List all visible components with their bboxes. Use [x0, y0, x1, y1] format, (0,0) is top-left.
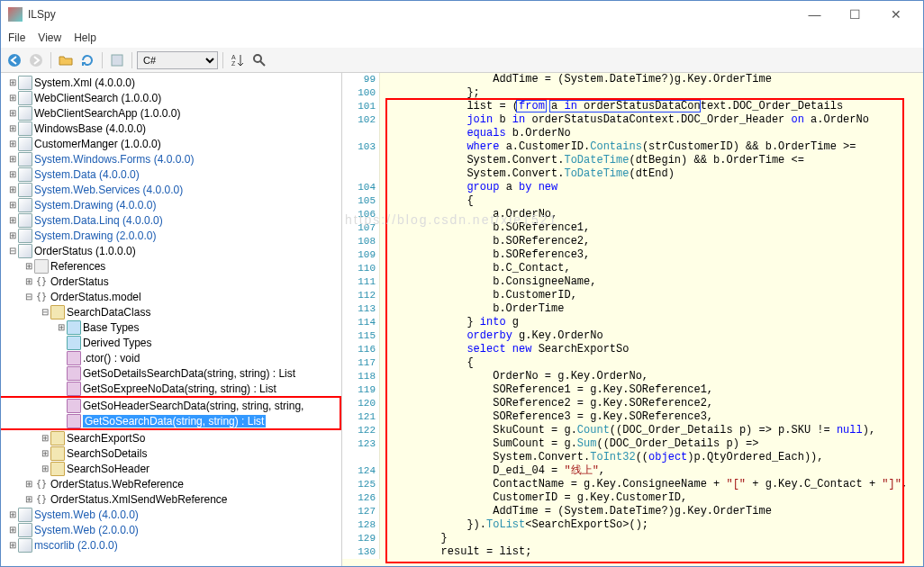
expand-toggle[interactable]: ⊟: [6, 246, 18, 256]
language-select[interactable]: C#: [137, 51, 218, 69]
assembly-icon: [18, 91, 32, 105]
tree-item-label: SearchExportSo: [67, 432, 145, 445]
expand-toggle[interactable]: ⊞: [6, 525, 18, 535]
close-button[interactable]: ✕: [875, 2, 916, 28]
toolbar-separator: [50, 52, 51, 68]
expand-toggle[interactable]: ⊞: [6, 139, 18, 148]
tree-item[interactable]: ⊞References: [1, 258, 341, 274]
tree-item[interactable]: GetSoExpreeNoData(string, string) : List: [1, 381, 341, 396]
code-scroll[interactable]: 9910010110210310410510610710810911011111…: [342, 73, 923, 567]
tree-item[interactable]: ⊞WebClientSearchApp (1.0.0.0): [1, 105, 341, 121]
tree-item[interactable]: ⊞OrderStatus: [1, 274, 341, 289]
line-number: 121: [358, 410, 376, 424]
tree-item[interactable]: ⊞System.Drawing (4.0.0.0): [1, 197, 341, 212]
expand-toggle[interactable]: ⊞: [23, 494, 34, 504]
assembly-tree-pane: ⊞System.Xml (4.0.0.0)⊞WebClientSearch (1…: [1, 73, 342, 567]
line-number: 106: [358, 208, 376, 221]
expand-toggle[interactable]: [55, 368, 67, 378]
tree-item[interactable]: GetSoSearchData(string, string) : List: [1, 413, 340, 428]
expand-toggle[interactable]: ⊞: [6, 200, 18, 210]
method-icon: [67, 366, 81, 381]
minimize-button[interactable]: —: [794, 2, 835, 28]
menu-file[interactable]: File: [8, 32, 25, 44]
expand-toggle[interactable]: ⊞: [23, 261, 34, 271]
refresh-button[interactable]: [77, 50, 97, 70]
tree-item[interactable]: ⊞OrderStatus.XmlSendWebReference: [1, 491, 341, 507]
expand-toggle[interactable]: ⊞: [39, 448, 50, 458]
sort-button[interactable]: AZ: [228, 50, 248, 70]
tree-item[interactable]: Derived Types: [1, 335, 341, 350]
forward-button[interactable]: [26, 50, 46, 70]
tree-item[interactable]: .ctor() : void: [1, 350, 341, 365]
back-button[interactable]: [5, 50, 24, 70]
expand-toggle[interactable]: ⊞: [6, 215, 18, 225]
expand-toggle[interactable]: ⊟: [23, 292, 34, 302]
expand-toggle[interactable]: ⊞: [23, 479, 34, 489]
expand-toggle[interactable]: ⊞: [23, 276, 34, 286]
expand-toggle[interactable]: ⊟: [39, 307, 50, 317]
svg-point-0: [8, 54, 21, 67]
code-line: AddTime = (System.DateTime?)g.Key.OrderT…: [389, 73, 923, 86]
tree-item[interactable]: ⊞WindowsBase (4.0.0.0): [1, 121, 341, 136]
tree-scroll[interactable]: ⊞System.Xml (4.0.0.0)⊞WebClientSearch (1…: [1, 73, 341, 567]
expand-toggle[interactable]: ⊞: [6, 108, 18, 118]
tree-item[interactable]: ⊞System.Web (2.0.0.0): [1, 522, 341, 537]
expand-toggle[interactable]: ⊞: [6, 540, 18, 550]
tree-item[interactable]: ⊟SearchDataClass: [1, 304, 341, 320]
expand-toggle[interactable]: ⊞: [6, 93, 18, 103]
tree-item[interactable]: ⊞SearchSoDetails: [1, 446, 341, 461]
expand-toggle[interactable]: ⊞: [6, 169, 18, 179]
tree-item[interactable]: ⊞SearchExportSo: [1, 430, 341, 446]
tree-item[interactable]: ⊟OrderStatus.model: [1, 289, 341, 304]
tree-item[interactable]: ⊞SearchSoHeader: [1, 461, 341, 476]
tree-item[interactable]: ⊞System.Data.Linq (4.0.0.0): [1, 212, 341, 228]
tree-item[interactable]: ⊟OrderStatus (1.0.0.0): [1, 243, 341, 258]
line-number: 107: [358, 221, 376, 235]
expand-toggle[interactable]: [55, 383, 67, 393]
tree-item[interactable]: GetSoHeaderSearchData(string, string, st…: [1, 398, 340, 413]
assemblies-button[interactable]: [107, 50, 127, 70]
tree-item[interactable]: ⊞mscorlib (2.0.0.0): [1, 537, 341, 553]
tree-item[interactable]: ⊞Base Types: [1, 320, 341, 335]
tree-item-label: GetSoHeaderSearchData(string, string, st…: [83, 400, 303, 412]
code-lines: AddTime = (System.DateTime?)g.Key.OrderT…: [389, 73, 923, 559]
tree-item[interactable]: ⊞System.Drawing (2.0.0.0): [1, 228, 341, 243]
tree-item-label: GetSoDetailsSearchData(string, string) :…: [83, 367, 295, 380]
tree-item[interactable]: ⊞System.Data (4.0.0.0): [1, 166, 341, 182]
expand-toggle[interactable]: ⊞: [6, 230, 18, 240]
expand-toggle[interactable]: ⊞: [6, 509, 18, 519]
line-number: 124: [358, 464, 376, 478]
expand-toggle[interactable]: ⊞: [6, 184, 18, 194]
folder-open-icon: [59, 53, 73, 68]
tree-item[interactable]: ⊞WebClientSearch (1.0.0.0): [1, 90, 341, 105]
expand-toggle[interactable]: ⊞: [6, 123, 18, 133]
tree-item[interactable]: ⊞System.Web.Services (4.0.0.0): [1, 182, 341, 197]
expand-toggle[interactable]: [55, 400, 67, 410]
expand-toggle[interactable]: [55, 416, 67, 426]
method-icon: [67, 414, 81, 428]
tree-item[interactable]: GetSoDetailsSearchData(string, string) :…: [1, 365, 341, 381]
line-number: 120: [358, 397, 376, 410]
expand-toggle[interactable]: [55, 338, 67, 347]
tree-item[interactable]: ⊞CustomerManger (1.0.0.0): [1, 136, 341, 151]
expand-toggle[interactable]: ⊞: [39, 464, 50, 473]
open-button[interactable]: [56, 50, 76, 70]
expand-toggle[interactable]: ⊞: [6, 154, 18, 164]
code-line: ContactName = g.Key.ConsigneeName + "[" …: [389, 478, 923, 491]
tree-item[interactable]: ⊞System.Windows.Forms (4.0.0.0): [1, 151, 341, 166]
maximize-button[interactable]: ☐: [835, 2, 875, 28]
title-bar: ILSpy — ☐ ✕: [1, 1, 923, 28]
tree-item[interactable]: ⊞OrderStatus.WebReference: [1, 476, 341, 491]
expand-toggle[interactable]: ⊞: [39, 433, 50, 443]
expand-toggle[interactable]: ⊞: [55, 322, 67, 332]
main-panes: ⊞System.Xml (4.0.0.0)⊞WebClientSearch (1…: [1, 73, 923, 567]
menu-view[interactable]: View: [38, 32, 61, 44]
tree-item-label: GetSoExpreeNoData(string, string) : List: [83, 382, 276, 395]
search-button[interactable]: [249, 50, 269, 70]
expand-toggle[interactable]: [55, 353, 67, 363]
assembly-icon: [18, 183, 32, 197]
expand-toggle[interactable]: ⊞: [6, 77, 18, 87]
tree-item[interactable]: ⊞System.Web (4.0.0.0): [1, 507, 341, 522]
tree-item[interactable]: ⊞System.Xml (4.0.0.0): [1, 75, 341, 90]
menu-help[interactable]: Help: [74, 32, 96, 44]
